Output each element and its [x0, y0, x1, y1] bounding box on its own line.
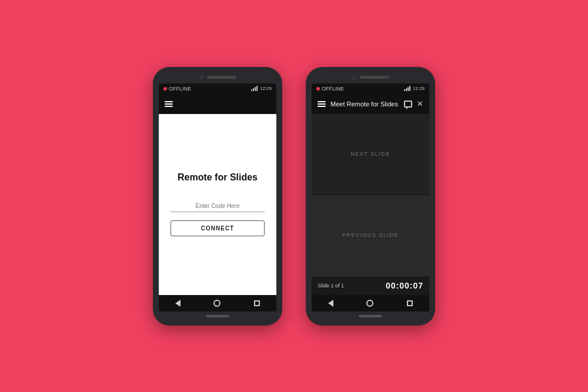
hamburger-line-6 — [318, 106, 326, 107]
back-icon-1 — [175, 300, 181, 307]
signal-bar-4 — [256, 86, 258, 91]
signal-bar-1 — [251, 89, 252, 91]
previous-slide-label: PREVIOUS SLIDE — [342, 232, 399, 238]
phone-1-status-left: OFFLINE — [163, 86, 191, 92]
recents-button-2[interactable] — [407, 300, 413, 306]
phone-2-status-bar: OFFLINE 12:29 — [312, 83, 429, 94]
offline-dot-2 — [316, 87, 320, 91]
phone-2-status-left: OFFLINE — [316, 86, 344, 92]
time-2: 12:29 — [413, 86, 425, 91]
signal-bars-2 — [404, 86, 410, 91]
chat-icon[interactable] — [404, 100, 412, 108]
phone-2-screen: OFFLINE 12:29 Meet Remote for Slides — [312, 83, 429, 311]
signal-bar-3 — [255, 87, 256, 91]
recents-icon-1 — [254, 300, 260, 306]
app-bar-title-2: Meet Remote for Slides — [330, 100, 399, 108]
phone-2-home-bar — [359, 315, 382, 317]
back-button-2[interactable] — [328, 300, 333, 307]
signal-bar-7 — [407, 87, 409, 91]
next-slide-area[interactable]: NEXT SLIDE — [312, 114, 429, 195]
phone-2-status-right: 12:29 — [404, 86, 425, 91]
phone-1-status-bar: OFFLINE 12:29 — [159, 83, 276, 94]
hamburger-line-2 — [165, 103, 173, 105]
offline-label-1: OFFLINE — [169, 86, 191, 92]
connect-button[interactable]: CONNECT — [171, 220, 265, 236]
phone-1-nav-bar — [159, 295, 276, 311]
home-icon-2 — [366, 300, 373, 307]
phone-1-app-bar — [159, 94, 276, 114]
hamburger-line-4 — [318, 101, 326, 102]
slide-footer: Slide 1 of 1 00:00:07 — [312, 276, 429, 295]
recents-button-1[interactable] — [254, 300, 260, 306]
phone-2-speaker — [360, 76, 389, 79]
phone-1-bottom-bar — [159, 311, 276, 320]
recents-icon-2 — [407, 300, 413, 306]
home-icon-1 — [213, 300, 220, 307]
next-slide-label: NEXT SLIDE — [350, 151, 390, 157]
phone-2: OFFLINE 12:29 Meet Remote for Slides — [306, 67, 435, 326]
phone-1-top-bar — [159, 73, 276, 83]
hamburger-line-5 — [318, 103, 326, 105]
phone-1-status-right: 12:29 — [251, 86, 272, 91]
phone-2-nav-bar — [312, 295, 429, 311]
time-1: 12:29 — [260, 86, 272, 91]
offline-dot-1 — [163, 87, 167, 91]
signal-bar-5 — [404, 89, 405, 91]
hamburger-icon-1[interactable] — [165, 101, 173, 107]
phone-2-camera — [352, 75, 356, 80]
phone-1-home-bar — [206, 315, 229, 317]
signal-bar-6 — [406, 88, 407, 91]
phone-1-screen: OFFLINE 12:29 Remote for Slide — [159, 83, 276, 311]
previous-slide-area[interactable]: PREVIOUS SLIDE — [312, 195, 429, 276]
signal-bar-8 — [409, 86, 410, 91]
home-button-1[interactable] — [213, 300, 220, 307]
signal-bars-1 — [251, 86, 258, 91]
slide-count: Slide 1 of 1 — [318, 283, 344, 289]
hamburger-line-1 — [165, 101, 173, 102]
back-button-1[interactable] — [175, 300, 181, 307]
app-title: Remote for Slides — [178, 172, 258, 183]
home-button-2[interactable] — [366, 300, 373, 307]
phone-2-content: NEXT SLIDE PREVIOUS SLIDE Slide 1 of 1 0… — [312, 114, 429, 295]
phone-2-top-bar — [312, 73, 429, 83]
hamburger-icon-2[interactable] — [318, 101, 326, 107]
hamburger-line-3 — [165, 106, 173, 107]
phone-1-camera — [199, 75, 203, 80]
phone-2-bottom-bar — [312, 311, 429, 320]
close-icon[interactable]: ✕ — [417, 99, 423, 108]
phone-1: OFFLINE 12:29 Remote for Slide — [153, 67, 282, 326]
phone-1-speaker — [207, 76, 236, 79]
signal-bar-2 — [253, 88, 254, 91]
offline-label-2: OFFLINE — [322, 86, 344, 92]
phone-1-content: Remote for Slides CONNECT — [159, 114, 276, 295]
code-input[interactable] — [171, 200, 265, 212]
phone-2-app-bar: Meet Remote for Slides ✕ — [312, 94, 429, 114]
slide-timer: 00:00:07 — [386, 281, 423, 290]
back-icon-2 — [328, 300, 333, 307]
